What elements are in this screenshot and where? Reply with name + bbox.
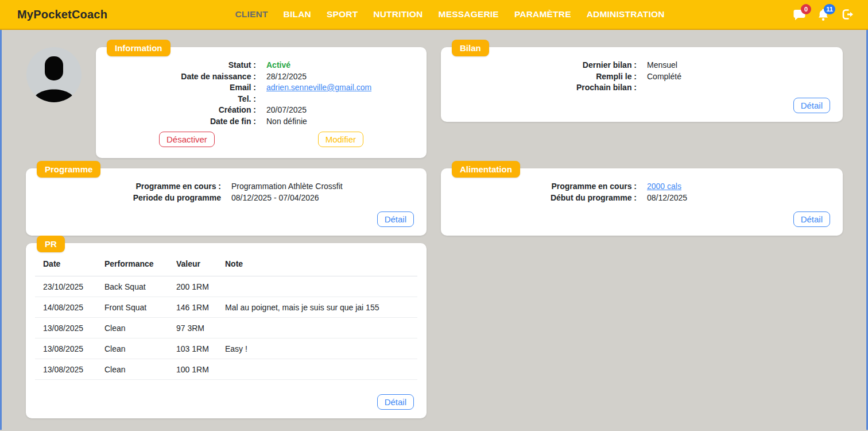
- nav-item-administration[interactable]: ADMINISTRATION: [587, 9, 665, 20]
- bell-badge: 11: [824, 4, 835, 14]
- programme-detail-button[interactable]: Détail: [377, 211, 414, 227]
- field-row: Rempli le :Complété: [441, 71, 843, 83]
- logout-icon[interactable]: [840, 7, 855, 22]
- pr-table-cell: 100 1RM: [168, 359, 217, 380]
- pr-table-cell: 200 1RM: [168, 276, 217, 297]
- field-label: Periode du programme: [26, 193, 221, 204]
- top-navigation-bar: MyPocketCoach CLIENTBILANSPORTNUTRITIONM…: [0, 0, 868, 30]
- field-value: 20/07/2025: [266, 105, 427, 116]
- pr-column-header: Performance: [96, 256, 168, 276]
- pr-column-header: Valeur: [168, 256, 217, 276]
- pr-table-row: 14/08/2025Front Squat146 1RMMal au poign…: [35, 297, 417, 318]
- field-value: 2000 cals: [647, 181, 843, 193]
- nav-item-paramètre[interactable]: PARAMÈTRE: [514, 9, 571, 20]
- programme-card: Programme Programme en cours :Programmat…: [26, 168, 427, 236]
- nav-item-messagerie[interactable]: MESSAGERIE: [439, 9, 499, 20]
- client-avatar: [26, 47, 82, 102]
- field-row: Date de naissance :28/12/2025: [96, 71, 427, 83]
- pr-detail-button[interactable]: Détail: [377, 394, 414, 410]
- information-fields: Statut :ActivéDate de naissance :28/12/2…: [96, 47, 427, 127]
- deactivate-button[interactable]: Désactiver: [159, 132, 215, 147]
- field-value: [647, 82, 843, 94]
- field-row: Début du programme :08/12/2025: [441, 193, 843, 204]
- pr-table-cell: 97 3RM: [168, 318, 217, 338]
- field-value: Activé: [266, 60, 427, 71]
- pr-table-row: 13/08/2025Clean100 1RM: [35, 359, 417, 380]
- pr-card: PR DatePerformanceValeurNote 23/10/2025B…: [26, 243, 427, 418]
- bell-icon[interactable]: 11: [816, 7, 831, 22]
- programme-card-badge: Programme: [37, 161, 100, 178]
- field-label: Création :: [96, 105, 256, 116]
- nav-icons: 0 11: [792, 7, 855, 22]
- field-row: Programme en cours :Programmation Athlèt…: [26, 181, 427, 193]
- field-row: Création :20/07/2025: [96, 105, 427, 116]
- field-label: Programme en cours :: [26, 181, 221, 193]
- field-value: Mensuel: [647, 60, 843, 71]
- field-value: [266, 94, 427, 105]
- bilan-detail-button[interactable]: Détail: [793, 98, 830, 113]
- field-label: Rempli le :: [441, 71, 637, 83]
- app-brand: MyPocketCoach: [17, 8, 107, 21]
- value-link[interactable]: 2000 cals: [647, 182, 681, 191]
- field-value: Complété: [647, 71, 843, 83]
- field-label: Prochain bilan :: [441, 82, 637, 94]
- pr-table-cell: Clean: [96, 318, 168, 338]
- nav-menu: CLIENTBILANSPORTNUTRITIONMESSAGERIEPARAM…: [107, 9, 792, 20]
- nav-item-bilan[interactable]: BILAN: [284, 9, 311, 20]
- field-row: Prochain bilan :: [441, 82, 843, 94]
- pr-table-cell: [217, 318, 417, 338]
- value-link[interactable]: adrien.senneville@gmail.com: [266, 83, 371, 92]
- field-label: Date de fin :: [96, 116, 256, 128]
- nav-item-nutrition[interactable]: NUTRITION: [373, 9, 423, 20]
- pr-table-cell: [217, 276, 417, 297]
- pr-table-cell: 103 1RM: [168, 338, 217, 359]
- information-card-badge: Information: [107, 40, 170, 56]
- pr-column-header: Date: [35, 256, 96, 276]
- pr-table-cell: 146 1RM: [168, 297, 217, 318]
- nav-item-client[interactable]: CLIENT: [235, 9, 268, 20]
- field-label: Début du programme :: [441, 193, 637, 204]
- pr-table-row: 23/10/2025Back Squat200 1RM: [35, 276, 417, 297]
- field-value: 08/12/2025: [647, 193, 843, 204]
- pr-table-cell: Clean: [96, 338, 168, 359]
- bilan-card-badge: Bilan: [452, 40, 489, 56]
- pr-table-cell: 13/08/2025: [35, 318, 96, 338]
- modify-button[interactable]: Modifier: [318, 132, 363, 147]
- field-value: 08/12/2025 - 07/04/2026: [231, 193, 427, 204]
- field-row: Email :adrien.senneville@gmail.com: [96, 82, 427, 94]
- pr-table-cell: 13/08/2025: [35, 359, 96, 380]
- chat-icon[interactable]: 0: [792, 7, 807, 22]
- pr-table-header-row: DatePerformanceValeurNote: [35, 256, 417, 276]
- field-value: 28/12/2025: [266, 71, 427, 83]
- pr-table-row: 13/08/2025Clean97 3RM: [35, 318, 417, 338]
- main-content: Information Statut :ActivéDate de naissa…: [0, 30, 868, 430]
- field-value: adrien.senneville@gmail.com: [266, 82, 427, 94]
- pr-table-row: 13/08/2025Clean103 1RMEasy !: [35, 338, 417, 359]
- pr-table-cell: Mal au poignet, mais je suis sur que jai…: [217, 297, 417, 318]
- pr-table-cell: 13/08/2025: [35, 338, 96, 359]
- field-label: Dernier bilan :: [441, 60, 637, 71]
- bilan-card: Bilan Dernier bilan :MensuelRempli le :C…: [441, 47, 843, 122]
- nav-item-sport[interactable]: SPORT: [327, 9, 358, 20]
- alimentation-detail-button[interactable]: Détail: [793, 211, 830, 227]
- field-row: Tel. :: [96, 94, 427, 105]
- pr-table-cell: Front Squat: [96, 297, 168, 318]
- field-label: Programme en cours :: [441, 181, 637, 193]
- pr-column-header: Note: [217, 256, 417, 276]
- pr-table-cell: 23/10/2025: [35, 276, 96, 297]
- field-label: Date de naissance :: [96, 71, 256, 83]
- field-label: Statut :: [96, 60, 256, 71]
- alimentation-card: Alimentation Programme en cours :2000 ca…: [441, 168, 843, 236]
- pr-table-cell: Easy !: [217, 338, 417, 359]
- chat-badge: 0: [801, 4, 811, 14]
- pr-table-cell: 14/08/2025: [35, 297, 96, 318]
- field-value: Non définie: [266, 116, 427, 128]
- information-actions: Désactiver Modifier: [96, 132, 427, 147]
- field-row: Dernier bilan :Mensuel: [441, 60, 843, 71]
- field-row: Periode du programme08/12/2025 - 07/04/2…: [26, 193, 427, 204]
- information-card: Information Statut :ActivéDate de naissa…: [96, 47, 427, 158]
- field-row: Statut :Activé: [96, 60, 427, 71]
- field-value: Programmation Athlète Crossfit: [231, 181, 427, 193]
- pr-table: DatePerformanceValeurNote 23/10/2025Back…: [35, 256, 417, 380]
- alimentation-card-badge: Alimentation: [452, 161, 520, 178]
